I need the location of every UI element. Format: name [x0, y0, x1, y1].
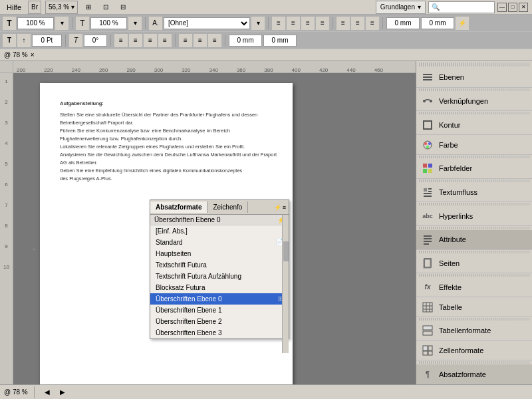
align-btn-6[interactable]: ≡	[351, 17, 364, 30]
search-input[interactable]	[428, 1, 495, 13]
list-item-ueberschriften-0[interactable]: Überschriften Ebene 0 ⊞	[150, 293, 289, 305]
align2-btn-4[interactable]: ≡	[158, 34, 172, 47]
list-item-ueberschriften-1[interactable]: Überschriften Ebene 1	[150, 305, 289, 316]
panel-item-absatzformate[interactable]: ¶ Absatzformate	[416, 364, 532, 384]
list-item-blocksatz[interactable]: Blocksatz Futura	[150, 282, 289, 293]
view-btn3[interactable]: ⊟	[116, 1, 130, 14]
tabelle-icon	[422, 301, 434, 313]
svg-rect-34	[423, 351, 428, 355]
margin-top-input[interactable]	[386, 17, 420, 29]
close-tab-icon[interactable]: ×	[31, 51, 35, 59]
list-item-ueberschriften-3[interactable]: Überschriften Ebene 3	[150, 327, 289, 338]
panel-item-hyperlinks[interactable]: abc Hyperlinks	[416, 206, 532, 226]
svg-point-4	[430, 100, 432, 102]
zoom-dropdown[interactable]: 56,3 % ▾	[45, 1, 78, 14]
panel-item-tabelle[interactable]: Tabelle	[416, 297, 532, 317]
svg-rect-16	[428, 191, 432, 192]
scrollbar-thumb[interactable]	[283, 241, 289, 261]
panel-item-effekte[interactable]: fx Effekte	[416, 277, 532, 297]
drag-handle-8	[419, 251, 529, 253]
panel-scrollbar[interactable]	[282, 215, 289, 353]
status-ruler-row: @ 78 % ×	[0, 49, 532, 61]
status-zoom: @ 78 %	[4, 388, 28, 396]
panel-item-attribute[interactable]: Attribute	[416, 230, 532, 250]
align-right-btn[interactable]: ≡	[301, 17, 315, 30]
minimize-button[interactable]: —	[497, 3, 507, 12]
panel-item-farbe[interactable]: Farbe	[416, 135, 532, 155]
align-btn-5[interactable]: ≡	[336, 17, 350, 30]
view-btn2[interactable]: ⊡	[99, 1, 112, 14]
tab-zeichenfo[interactable]: Zeichenfo	[207, 201, 248, 213]
list-item-textschrift-aufz[interactable]: Textschrift Futura Aufzählung	[150, 271, 289, 282]
panel-item-verknuepfungen[interactable]: Verknüpfungen	[416, 92, 532, 112]
font-dropdown-arrow[interactable]: ▾	[55, 17, 68, 30]
a-icon[interactable]: A.	[149, 17, 162, 30]
margin-left-input[interactable]	[263, 35, 297, 47]
svg-rect-15	[428, 188, 432, 190]
list-item-textschrift[interactable]: Textschrift Futura	[150, 259, 289, 271]
grundlagen-dropdown[interactable]: Grundlagen ▾	[376, 1, 426, 14]
text-tool-t-icon[interactable]: T	[3, 34, 16, 47]
margin-bottom-input[interactable]	[229, 35, 262, 47]
tab-absatzformate[interactable]: Absatzformate	[150, 201, 207, 213]
close-button[interactable]: ✕	[519, 3, 528, 12]
none-select[interactable]: [Ohne]	[164, 17, 250, 29]
nav-prev-btn[interactable]: ◀	[41, 387, 54, 398]
svg-rect-2	[423, 79, 432, 80]
maximize-button[interactable]: □	[508, 3, 517, 12]
align-btn-7[interactable]: ≡	[366, 17, 379, 30]
angle-input[interactable]	[84, 35, 107, 47]
text-tool-icon[interactable]: T	[3, 17, 16, 30]
svg-rect-19	[424, 235, 432, 237]
align-left-btn[interactable]: ≡	[272, 17, 285, 30]
panel-item-kontur[interactable]: Kontur	[416, 115, 532, 135]
panel-item-farbfelder[interactable]: Farbfelder	[416, 159, 532, 179]
panel-icon-2[interactable]: ≡	[283, 204, 286, 211]
align-center-btn[interactable]: ≡	[287, 17, 300, 30]
t-slant-icon[interactable]: T	[69, 34, 82, 47]
font-size-input-2[interactable]	[90, 17, 127, 29]
nav-next-btn[interactable]: ▶	[56, 387, 69, 398]
panel-item-zellenformate[interactable]: Zellenformate	[416, 341, 532, 361]
panel-item-ebenen[interactable]: Ebenen	[416, 68, 532, 88]
font2-dropdown-arrow[interactable]: ▾	[128, 17, 142, 30]
align2-btn-2[interactable]: ≡	[129, 34, 142, 47]
para-1: Stellen Sie eine strukturelle Übersicht …	[60, 111, 279, 119]
panel-icon-1[interactable]: ⚡	[274, 204, 281, 211]
list-item-hauptseiten[interactable]: Hauptseiten	[150, 248, 289, 259]
chevron-down-icon: ▾	[71, 3, 74, 11]
text-icon-2[interactable]: T	[76, 17, 89, 30]
none-dropdown-arrow[interactable]: ▾	[251, 17, 265, 30]
main-area: 200 220 240 260 280 300 320 340 360 380 …	[0, 61, 532, 384]
panel-subheader: Überschriften Ebene 0 ⚡	[150, 215, 289, 225]
up-icon[interactable]: ↑	[17, 34, 31, 47]
align2-btn-6[interactable]: ≡	[194, 34, 207, 47]
panel-item-seiten[interactable]: Seiten	[416, 254, 532, 274]
panel-item-tabellenformate[interactable]: Tabellenformate	[416, 321, 532, 341]
svg-rect-0	[423, 74, 432, 75]
panel-item-textumfluss[interactable]: Textumfluss	[416, 183, 532, 203]
list-item-ueberschriften-2[interactable]: Überschriften Ebene 2	[150, 316, 289, 327]
panel-header-icons: ⚡ ≡	[271, 204, 289, 211]
align-justify-btn[interactable]: ≡	[316, 17, 329, 30]
svg-rect-33	[428, 346, 432, 350]
font-size-input-1[interactable]	[17, 17, 54, 29]
align2-btn-3[interactable]: ≡	[144, 34, 157, 47]
right-panel: Ebenen Verknüpfungen Kontur Farbe	[416, 61, 532, 384]
tabelle-label: Tabelle	[439, 303, 462, 311]
attribute-icon	[422, 233, 434, 245]
list-item-standard[interactable]: Standard 📄	[150, 237, 289, 248]
menu-hilfe[interactable]: Hilfe	[4, 3, 24, 12]
lightning-btn[interactable]: ⚡	[456, 17, 469, 30]
list-item-einf[interactable]: [Einf. Abs.]	[150, 225, 289, 237]
canvas-area: 200 220 240 260 280 300 320 340 360 380 …	[0, 61, 416, 384]
farbfelder-label: Farbfelder	[439, 164, 472, 172]
br-dropdown[interactable]: Br	[28, 1, 41, 14]
margin-right-input[interactable]	[421, 17, 454, 29]
view-btn1[interactable]: ⊞	[82, 1, 95, 14]
align2-btn-5[interactable]: ≡	[179, 34, 192, 47]
top-bar-left: Hilfe Br 56,3 % ▾ ⊞ ⊡ ⊟	[4, 1, 130, 14]
pt-input[interactable]	[32, 35, 62, 47]
align2-btn-1[interactable]: ≡	[114, 34, 128, 47]
align2-btn-7[interactable]: ≡	[208, 34, 221, 47]
